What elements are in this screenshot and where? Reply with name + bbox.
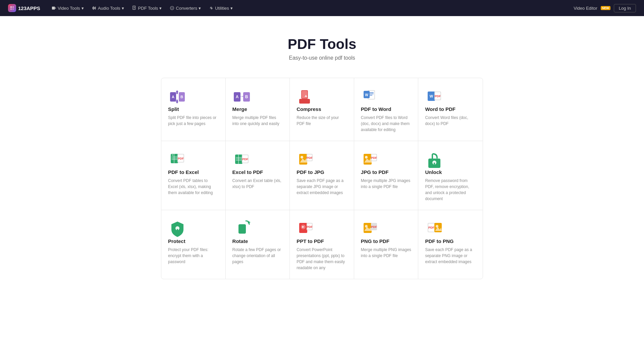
tool-name: PNG to PDF — [361, 238, 412, 244]
svg-rect-38 — [369, 94, 374, 94]
tool-card-compress[interactable]: Compress Reduce the size of your PDF fil… — [290, 78, 354, 141]
tool-card-merge[interactable]: A → B Merge Merge multiple PDF files int… — [226, 78, 290, 141]
tool-card-split[interactable]: A B Split Split PDF file into pieces or … — [161, 78, 226, 141]
tool-desc: Convert PDF files to Word (doc, docx) an… — [361, 115, 412, 133]
svg-text:B: B — [180, 95, 183, 99]
login-button[interactable]: Log In — [614, 4, 636, 12]
tool-card-pdf-to-png[interactable]: PDF PDF to PNG Save each PDF page as a s… — [418, 210, 483, 279]
svg-text:PDF: PDF — [371, 156, 377, 160]
tool-card-pdf-to-word[interactable]: W PDF to Word Convert PDF files to Word … — [354, 78, 419, 141]
svg-text:PDF: PDF — [242, 158, 249, 161]
svg-text:PDF: PDF — [307, 156, 313, 160]
tool-desc: Save each PDF page as a separate JPG ima… — [297, 178, 347, 196]
svg-text:PDF: PDF — [371, 225, 377, 229]
tool-desc: Split PDF file into pieces or pick just … — [168, 115, 219, 127]
svg-marker-23 — [176, 102, 178, 104]
tool-desc: Reduce the size of your PDF file — [297, 115, 347, 127]
tool-name: Excel to PDF — [232, 169, 283, 175]
tool-icon-jpg-to-pdf: PDF — [361, 150, 380, 169]
svg-point-99 — [436, 225, 438, 228]
tool-name: Compress — [297, 106, 347, 112]
tool-card-word-to-pdf[interactable]: W PDF Word to PDF Convert Word files (do… — [418, 78, 483, 141]
nav-converters[interactable]: Converters ▾ — [166, 4, 204, 13]
svg-text:W: W — [430, 94, 433, 98]
svg-text:≡: ≡ — [172, 154, 173, 157]
tool-name: PDF to Excel — [168, 169, 219, 175]
svg-point-2 — [10, 8, 12, 10]
audio-icon — [92, 6, 97, 10]
tool-icon-pdf-to-excel: ≡ PDF — [168, 150, 187, 169]
logo[interactable]: 123APPS — [8, 4, 40, 12]
svg-point-0 — [10, 6, 12, 8]
tool-icon-compress — [297, 87, 315, 106]
tool-card-excel-to-pdf[interactable]: PDF Excel to PDF Convert an Excel table … — [226, 141, 290, 210]
tool-icon-pdf-to-png: PDF — [425, 220, 444, 238]
chevron-icon: ▾ — [82, 6, 84, 11]
tool-card-unlock[interactable]: Unlock Remove password from PDF, remove … — [418, 141, 483, 210]
svg-rect-32 — [302, 91, 307, 98]
page-subtitle: Easy-to-use online pdf tools — [7, 55, 637, 61]
svg-point-71 — [365, 156, 368, 159]
svg-rect-33 — [299, 99, 310, 104]
tool-name: Protect — [168, 238, 219, 244]
svg-text:A: A — [235, 95, 238, 99]
chevron-icon: ▾ — [122, 6, 124, 11]
tool-icon-excel-to-pdf: PDF — [232, 150, 251, 169]
video-icon — [52, 6, 56, 10]
svg-point-1 — [12, 6, 14, 8]
tool-name: JPG to PDF — [361, 169, 412, 175]
svg-text:PDF: PDF — [307, 225, 313, 229]
svg-rect-4 — [52, 7, 55, 10]
tool-card-png-to-pdf[interactable]: PDF PNG to PDF Merge multiple PNG images… — [354, 210, 419, 279]
svg-rect-82 — [238, 224, 246, 234]
svg-text:A: A — [172, 95, 174, 99]
tool-name: PDF to JPG — [297, 169, 347, 175]
chevron-icon: ▾ — [230, 6, 233, 11]
tool-card-protect[interactable]: Protect Protect your PDF files: encrypt … — [161, 210, 226, 279]
tool-card-rotate[interactable]: Rotate Rotate a few PDF pages or change … — [226, 210, 290, 279]
tool-card-pdf-to-excel[interactable]: ≡ PDF PDF to Excel Convert PDF tables to… — [161, 141, 226, 210]
svg-rect-77 — [432, 154, 433, 161]
svg-text:PDF: PDF — [178, 157, 184, 160]
nav-pdf-tools[interactable]: PDF Tools ▾ — [129, 4, 165, 13]
logo-icon — [8, 4, 16, 12]
tool-icon-protect — [168, 220, 187, 238]
tool-desc: Convert PDF tables to Excel (xls, xlsx),… — [168, 178, 219, 196]
nav-menu: Video Tools ▾ Audio Tools ▾ PDF Tools ▾ … — [48, 4, 566, 13]
tool-icon-unlock — [425, 150, 444, 169]
pdf-nav-icon — [132, 6, 137, 10]
svg-rect-8 — [94, 7, 95, 9]
svg-text:W: W — [365, 93, 368, 97]
tool-card-ppt-to-pdf[interactable]: PDF PPT to PDF Convert PowerPoint presen… — [290, 210, 354, 279]
tools-grid: A B Split Split PDF file into pieces or … — [161, 78, 483, 279]
nav-video-tools[interactable]: Video Tools ▾ — [48, 4, 87, 13]
tool-name: Unlock — [425, 169, 476, 175]
new-badge: NEW — [601, 6, 610, 10]
tool-icon-split: A B — [168, 87, 187, 106]
navbar: 123APPS Video Tools ▾ Audio Tools ▾ PDF … — [0, 0, 644, 16]
chevron-icon: ▾ — [199, 6, 201, 11]
tool-card-jpg-to-pdf[interactable]: PDF JPG to PDF Merge multiple JPG images… — [354, 141, 419, 210]
utilities-icon — [209, 6, 214, 10]
tool-desc: Remove password from PDF, remove encrypt… — [425, 178, 476, 202]
tool-desc: Merge multiple PDF files into one quickl… — [232, 115, 283, 127]
nav-utilities[interactable]: Utilities ▾ — [206, 4, 236, 13]
tool-icon-rotate — [232, 220, 251, 238]
tool-icon-ppt-to-pdf: PDF — [297, 220, 315, 238]
tool-name: Word to PDF — [425, 106, 476, 112]
hero-section: PDF Tools Easy-to-use online pdf tools — [0, 16, 644, 71]
tool-name: Rotate — [232, 238, 283, 244]
svg-text:PDF: PDF — [435, 95, 441, 98]
tool-icon-png-to-pdf: PDF — [361, 220, 380, 238]
tool-icon-merge: A → B — [232, 87, 251, 106]
tool-icon-word-to-pdf: W PDF — [425, 87, 444, 106]
tool-card-pdf-to-jpg[interactable]: PDF PDF to JPG Save each PDF page as a s… — [290, 141, 354, 210]
logo-text: 123APPS — [18, 5, 40, 11]
tool-name: PPT to PDF — [297, 238, 347, 244]
svg-marker-21 — [176, 90, 178, 92]
video-editor-label: Video Editor — [574, 6, 597, 11]
tool-desc: Rotate a few PDF pages or change orienta… — [232, 247, 283, 265]
nav-audio-tools[interactable]: Audio Tools ▾ — [89, 4, 127, 13]
tool-desc: Save each PDF page as a separate PNG ima… — [425, 247, 476, 265]
svg-rect-60 — [238, 155, 239, 164]
